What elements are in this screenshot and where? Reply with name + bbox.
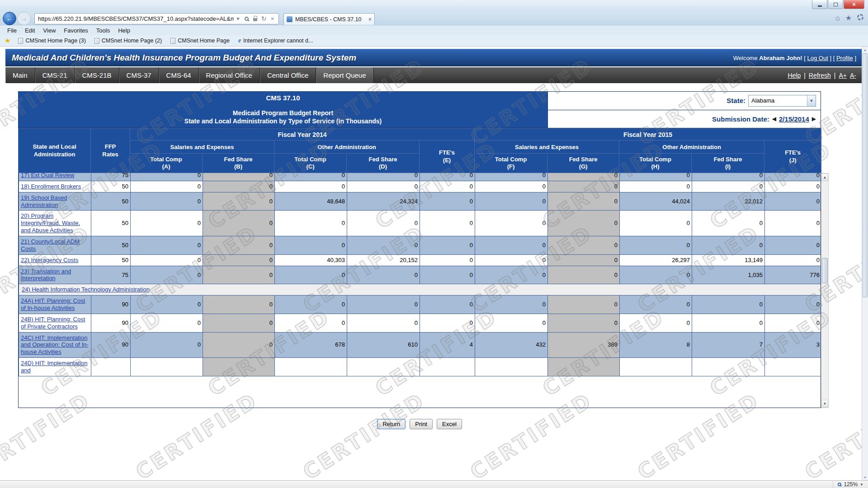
row-label-link[interactable]: 24A) HIT: Planning: Cost of In-house Act…: [21, 297, 85, 311]
row-label-link[interactable]: 23) Translation and Interpretation: [21, 268, 71, 282]
row-label-cell: 24B) HIT: Planning: Cost of Private Cont…: [19, 314, 91, 332]
minimize-button[interactable]: [812, 0, 827, 9]
table-scrollbar[interactable]: ▲ ▼: [821, 173, 829, 408]
value-cell: 1,035: [692, 266, 765, 284]
tools-gear-icon[interactable]: [857, 14, 863, 22]
scrollbar-thumb[interactable]: [822, 258, 828, 283]
browser-tab[interactable]: MBES/CBES - CMS 37.10 ×: [283, 13, 375, 25]
submission-date-value[interactable]: 2/15/2014: [779, 115, 809, 123]
address-bar[interactable]: https://65.220.21.9/MBESCBES/CMS37/CMS37…: [34, 13, 279, 24]
print-button[interactable]: Print: [410, 419, 433, 429]
zoom-control[interactable]: 125% ▼: [833, 481, 868, 488]
return-button[interactable]: Return: [377, 419, 406, 429]
value-cell: 0: [420, 314, 475, 332]
refresh-link[interactable]: Refresh: [809, 72, 831, 79]
value-cell: 0: [765, 181, 821, 192]
page-scroll-up-icon[interactable]: ▲: [862, 47, 868, 53]
help-link[interactable]: Help: [788, 72, 801, 79]
menu-tools[interactable]: Tools: [96, 27, 110, 34]
page-scrollbar[interactable]: ▲ ▼: [862, 47, 868, 480]
row-label-link[interactable]: 20) Program Integrity/Fraud, Waste, and …: [21, 212, 80, 234]
page-icon: [18, 38, 23, 44]
search-icon[interactable]: [242, 14, 251, 24]
scroll-down-icon[interactable]: ▼: [821, 400, 828, 408]
refresh-icon[interactable]: ↻: [259, 14, 268, 24]
row-label-link[interactable]: 24C) HIT: Implementation and Operation: …: [21, 334, 89, 356]
value-cell: 24,324: [347, 192, 420, 211]
row-label-link[interactable]: 24D) HIT: Implementation and: [21, 360, 87, 374]
row-label-link[interactable]: 18) Enrollment Brokers: [21, 183, 81, 190]
nav-cms-21b[interactable]: CMS-21B: [75, 67, 119, 83]
nav-cms-64[interactable]: CMS-64: [159, 67, 199, 83]
report-form-number: CMS 37.10: [19, 94, 547, 102]
row-label-link[interactable]: 24B) HIT: Planning: Cost of Private Cont…: [21, 316, 85, 330]
col-group-other-admin-2015: Other Administration: [619, 141, 764, 154]
restore-button[interactable]: [828, 0, 843, 9]
menu-view[interactable]: View: [43, 27, 56, 34]
zoom-icon: [838, 483, 841, 486]
favorite-link-3[interactable]: CMSnet Home Page: [168, 37, 232, 45]
value-cell: 0: [203, 266, 275, 284]
next-date-icon[interactable]: ▶: [812, 116, 816, 122]
value-cell: 0: [275, 181, 347, 192]
table-row: 21) County/Local ADM Costs500000000000: [19, 236, 821, 255]
favorite-link-2[interactable]: CMSnet Home Page (2): [92, 37, 165, 45]
value-cell: 0: [131, 266, 203, 284]
scrollbar-track[interactable]: [821, 181, 828, 400]
value-cell: 0: [420, 296, 475, 314]
close-window-button[interactable]: ×: [844, 0, 864, 9]
row-label-link[interactable]: 19) School Based Administration: [21, 194, 67, 208]
tab-close-icon[interactable]: ×: [368, 16, 372, 23]
value-cell: 610: [347, 332, 420, 358]
nav-main[interactable]: Main: [5, 67, 35, 83]
page-scrollbar-thumb[interactable]: [863, 53, 868, 297]
value-cell: 0: [347, 181, 420, 192]
ffp-rate-cell: 75: [91, 173, 131, 181]
row-label-link[interactable]: 17) Ext Qual Review: [21, 173, 75, 178]
font-increase-link[interactable]: A+: [839, 72, 847, 79]
autocomplete-dropdown-icon[interactable]: ▼: [234, 14, 242, 24]
menu-edit[interactable]: Edit: [25, 27, 35, 34]
nav-central-office[interactable]: Central Office: [260, 67, 316, 83]
scroll-up-icon[interactable]: ▲: [821, 174, 828, 181]
previous-date-icon[interactable]: ◀: [772, 116, 776, 122]
menu-help[interactable]: Help: [118, 27, 130, 34]
excel-button[interactable]: Excel: [437, 419, 462, 429]
nav-report-queue[interactable]: Report Queue: [316, 67, 373, 83]
profile-link[interactable]: Profile: [836, 55, 853, 61]
menu-file[interactable]: File: [7, 27, 17, 34]
page-scroll-down-icon[interactable]: ▼: [862, 474, 868, 480]
nav-regional-office[interactable]: Regional Office: [199, 67, 260, 83]
favorite-link-4[interactable]: eInternet Explorer cannot d...: [236, 36, 316, 45]
logout-link[interactable]: Log Out: [807, 55, 828, 61]
home-icon[interactable]: ⌂: [835, 14, 840, 22]
favorites-icon[interactable]: ★: [845, 14, 852, 22]
value-cell: 0: [420, 266, 475, 284]
row-label-link[interactable]: 22) Interagency Costs: [21, 257, 78, 263]
value-cell: 0: [475, 296, 548, 314]
row-label-link[interactable]: 21) County/Local ADM Costs: [21, 238, 80, 252]
lock-icon: [251, 14, 259, 24]
window-titlebar: ×: [0, 0, 868, 12]
state-select[interactable]: Alabama ▼: [748, 95, 816, 107]
value-cell: 0: [131, 181, 203, 192]
row-label-link[interactable]: 24) Health Information Technology Admini…: [22, 286, 150, 293]
value-cell: [203, 358, 275, 376]
report-content: CMS 37.10 Medicaid Program Budget Report…: [18, 91, 829, 429]
zoom-dropdown-icon[interactable]: ▼: [860, 483, 863, 487]
back-button[interactable]: ←: [3, 12, 16, 25]
font-decrease-link[interactable]: A-: [850, 72, 856, 79]
nav-cms-21[interactable]: CMS-21: [35, 67, 75, 83]
add-favorite-star-icon[interactable]: ★: [5, 37, 10, 45]
table-row: 24C) HIT: Implementation and Operation: …: [19, 332, 821, 358]
stop-icon[interactable]: ×: [268, 14, 277, 24]
forward-button[interactable]: →: [17, 12, 31, 25]
url-text[interactable]: https://65.220.21.9/MBESCBES/CMS37/CMS37…: [38, 15, 234, 22]
col-header-fy2014: Fiscal Year 2014: [130, 129, 475, 141]
value-cell: 7: [692, 332, 765, 358]
favorite-link-1[interactable]: CMSnet Home Page (3): [15, 37, 88, 45]
menu-favorites[interactable]: Favorites: [64, 27, 88, 34]
nav-cms-37[interactable]: CMS-37: [119, 67, 159, 83]
col-header-fy2015: Fiscal Year 2015: [475, 129, 821, 141]
select-dropdown-icon[interactable]: ▼: [807, 95, 816, 106]
